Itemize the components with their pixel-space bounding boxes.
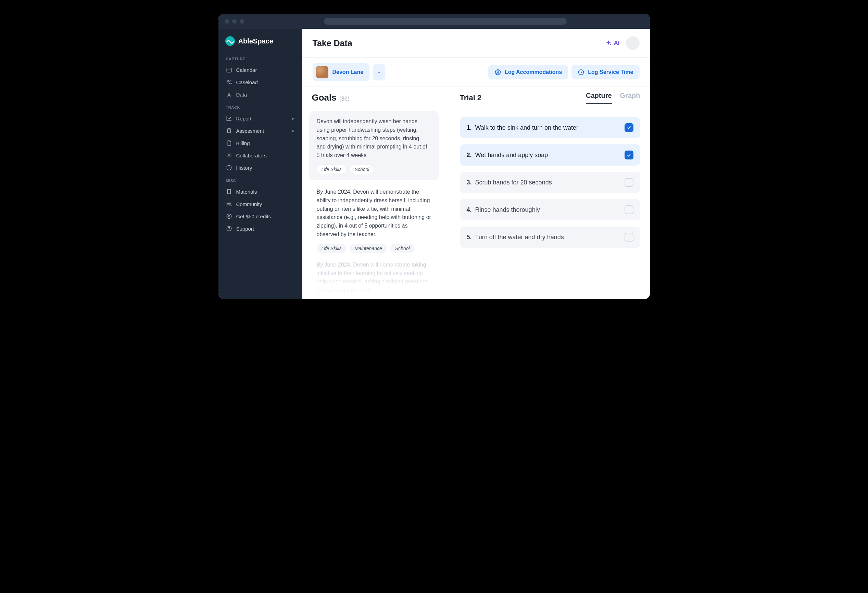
nav-community[interactable]: Community <box>218 198 303 210</box>
student-selector-dropdown[interactable] <box>373 64 385 80</box>
trial-tabs: Capture Graph <box>586 92 640 104</box>
sidebar: AbleSpace CAPTURE Calendar Caseload Data… <box>218 29 303 299</box>
community-icon <box>226 201 232 207</box>
nav-section-track-label: TRACK <box>218 101 303 112</box>
nav-assessment[interactable]: Assessment ▸ <box>218 125 303 137</box>
traffic-zoom-icon[interactable] <box>240 19 244 24</box>
users-icon <box>226 79 232 85</box>
nav-support[interactable]: Support <box>218 222 303 235</box>
goals-count: (36) <box>340 96 350 102</box>
data-icon <box>226 91 232 97</box>
nav-data[interactable]: Data <box>218 88 303 101</box>
goal-text: Devon will independently wash her hands … <box>317 117 431 160</box>
nav-item-label: Support <box>236 226 254 232</box>
check-icon <box>626 125 632 130</box>
step-list: 1. Walk to the sink and turn on the wate… <box>460 109 640 248</box>
svg-point-7 <box>229 203 231 204</box>
nav-item-label: Billing <box>236 140 250 146</box>
log-service-time-button[interactable]: Log Service Time <box>571 65 639 79</box>
tab-graph[interactable]: Graph <box>620 92 640 104</box>
app-body: AbleSpace CAPTURE Calendar Caseload Data… <box>218 29 650 299</box>
goals-header: Goals (36) <box>303 87 446 107</box>
student-selector[interactable]: Devon Lane <box>313 63 370 81</box>
step-number: 4. <box>467 206 472 213</box>
brand[interactable]: AbleSpace <box>218 36 303 52</box>
traffic-close-icon[interactable] <box>224 19 229 24</box>
collaborators-icon <box>226 152 232 159</box>
page-title: Take Data <box>313 38 352 48</box>
nav-section-capture-label: CAPTURE <box>218 52 303 64</box>
goal-card[interactable]: By June 2024, Devon will demonstrate the… <box>309 187 439 259</box>
goals-list[interactable]: Devon will independently wash her hands … <box>303 107 446 299</box>
help-icon <box>226 225 232 232</box>
student-avatar <box>316 66 328 78</box>
nav-credits[interactable]: Get $50 credits <box>218 210 303 222</box>
ai-button[interactable]: AI <box>605 40 620 47</box>
tab-capture[interactable]: Capture <box>586 92 612 104</box>
chevron-right-icon: ▸ <box>292 115 295 122</box>
svg-point-5 <box>228 155 230 156</box>
step-text: Rinse hands thoroughly <box>475 206 540 213</box>
nav-caseload[interactable]: Caseload <box>218 76 303 88</box>
nav-item-label: Get $50 credits <box>236 213 271 219</box>
step-checkbox[interactable] <box>624 178 633 187</box>
goal-card[interactable]: Devon will independently wash her hands … <box>309 111 439 180</box>
goal-tag[interactable]: School <box>390 244 415 253</box>
goals-title: Goals <box>312 93 337 103</box>
nav-item-label: Assessment <box>236 128 264 134</box>
goal-tag[interactable]: School <box>350 165 374 174</box>
nav-item-label: Calendar <box>236 67 257 73</box>
nav-collaborators[interactable]: Collaborators <box>218 149 303 162</box>
nav-report[interactable]: Report ▸ <box>218 112 303 125</box>
goal-tag[interactable]: Life Skills <box>317 244 347 253</box>
page-header: Take Data AI <box>303 29 650 58</box>
step-checkbox[interactable] <box>624 150 633 159</box>
task-step[interactable]: 4. Rinse hands thoroughly <box>460 199 640 220</box>
task-step[interactable]: 3. Scrub hands for 20 seconds <box>460 172 640 193</box>
svg-point-11 <box>497 71 499 72</box>
step-number: 1. <box>467 124 472 131</box>
nav-calendar[interactable]: Calendar <box>218 64 303 76</box>
user-avatar[interactable] <box>626 36 640 50</box>
tag-row: Life Skills Maintenance School <box>317 244 431 253</box>
goal-text: By June 2024, Devon will demonstrate tak… <box>317 261 431 294</box>
nav-item-label: Materials <box>236 189 257 195</box>
goal-tag[interactable]: Maintenance <box>350 244 387 253</box>
history-icon <box>226 165 232 171</box>
check-icon <box>626 152 632 158</box>
nav-billing[interactable]: Billing <box>218 137 303 149</box>
nav-history[interactable]: History <box>218 162 303 174</box>
step-checkbox[interactable] <box>624 232 633 241</box>
svg-point-6 <box>227 203 229 204</box>
brand-name: AbleSpace <box>238 37 273 45</box>
nav-item-label: Collaborators <box>236 153 267 159</box>
url-bar[interactable] <box>324 18 567 25</box>
nav-item-label: Data <box>236 92 247 97</box>
task-step[interactable]: 2. Wet hands and apply soap <box>460 144 640 166</box>
step-checkbox[interactable] <box>624 123 633 132</box>
trial-column: Trial 2 Capture Graph 1. Walk to the sin… <box>446 87 650 299</box>
nav-item-label: Report <box>236 116 252 122</box>
chevron-right-icon: ▸ <box>292 128 295 134</box>
svg-rect-0 <box>227 68 232 72</box>
step-checkbox[interactable] <box>624 205 633 214</box>
goals-column: Goals (36) Devon will independently wash… <box>303 87 446 299</box>
task-step[interactable]: 5. Turn off the water and dry hands <box>460 227 640 248</box>
log-accommodations-button[interactable]: Log Accommodations <box>488 65 568 79</box>
goal-card[interactable]: By June 2024, Devon will demonstrate tak… <box>309 259 439 299</box>
nav-item-label: Caseload <box>236 79 258 85</box>
trial-label: Trial 2 <box>460 93 482 102</box>
toolbar: Devon Lane Log Accommodations Log Servic… <box>303 58 650 87</box>
step-text: Wet hands and apply soap <box>475 152 548 159</box>
nav-materials[interactable]: Materials <box>218 185 303 198</box>
app-window: AbleSpace CAPTURE Calendar Caseload Data… <box>218 14 650 299</box>
main-content: Take Data AI Devon Lane Log Ac <box>303 29 650 299</box>
ai-label: AI <box>614 40 620 47</box>
brand-logo-icon <box>225 36 235 46</box>
traffic-minimize-icon[interactable] <box>232 19 236 24</box>
person-circle-icon <box>495 69 501 76</box>
task-step[interactable]: 1. Walk to the sink and turn on the wate… <box>460 117 640 138</box>
logo-wave-icon <box>225 36 235 46</box>
chevron-down-icon <box>377 70 381 74</box>
goal-tag[interactable]: Life Skills <box>317 165 347 174</box>
